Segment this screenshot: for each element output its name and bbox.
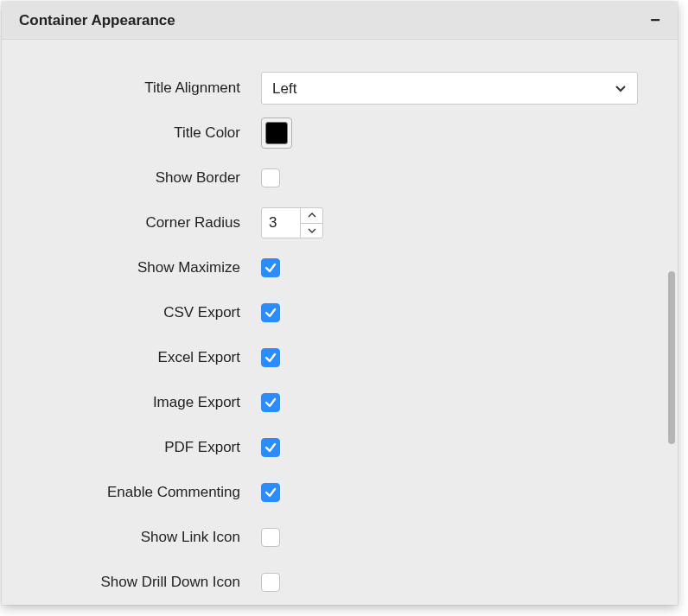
row-enable-commenting: Enable Commenting: [2, 470, 678, 515]
stepper-arrows: [300, 208, 322, 238]
color-swatch-inner: [265, 122, 288, 144]
show-link-icon-checkbox[interactable]: [261, 528, 280, 547]
chevron-down-icon: [308, 228, 316, 233]
panel-title: Container Appearance: [19, 12, 175, 29]
row-title-alignment: Title Alignment Left: [2, 66, 678, 111]
container-appearance-panel: Container Appearance − Title Alignment L…: [2, 2, 678, 605]
label-pdf-export: PDF Export: [2, 439, 261, 456]
row-corner-radius: Corner Radius: [2, 200, 678, 245]
csv-export-checkbox[interactable]: [261, 303, 280, 322]
label-show-drill-down-icon: Show Drill Down Icon: [2, 574, 261, 591]
control-show-link-icon: [261, 528, 280, 547]
form-rows: Title Alignment Left Title Color: [2, 40, 678, 605]
label-title-color: Title Color: [2, 124, 261, 142]
row-excel-export: Excel Export: [2, 335, 678, 380]
row-show-link-icon: Show Link Icon: [2, 515, 678, 560]
show-drill-down-icon-checkbox[interactable]: [261, 573, 280, 592]
title-color-picker[interactable]: [261, 117, 292, 149]
control-image-export: [261, 393, 280, 412]
row-show-maximize: Show Maximize: [2, 245, 678, 290]
label-title-alignment: Title Alignment: [2, 79, 261, 97]
label-csv-export: CSV Export: [2, 304, 261, 321]
control-enable-commenting: [261, 483, 280, 502]
corner-radius-input[interactable]: [262, 208, 300, 238]
label-excel-export: Excel Export: [2, 349, 261, 366]
row-title-color: Title Color: [2, 111, 678, 156]
title-alignment-select[interactable]: Left: [261, 72, 638, 105]
label-show-link-icon: Show Link Icon: [2, 529, 261, 546]
control-show-border: [261, 168, 280, 187]
collapse-button[interactable]: −: [647, 12, 664, 29]
control-show-maximize: [261, 258, 280, 277]
label-enable-commenting: Enable Commenting: [2, 484, 261, 501]
label-show-border: Show Border: [2, 169, 261, 187]
row-show-drill-down-icon: Show Drill Down Icon: [2, 560, 678, 605]
label-show-maximize: Show Maximize: [2, 259, 261, 276]
pdf-export-checkbox[interactable]: [261, 438, 280, 457]
chevron-up-icon: [308, 213, 316, 218]
row-show-border: Show Border: [2, 156, 678, 200]
minus-icon: −: [650, 10, 660, 30]
title-alignment-select-wrap: Left: [261, 72, 638, 105]
show-maximize-checkbox[interactable]: [261, 258, 280, 277]
control-corner-radius: [261, 207, 323, 238]
control-pdf-export: [261, 438, 280, 457]
image-export-checkbox[interactable]: [261, 393, 280, 412]
show-border-checkbox[interactable]: [261, 168, 280, 187]
label-corner-radius: Corner Radius: [2, 214, 261, 232]
stepper-down-button[interactable]: [301, 224, 322, 238]
control-show-drill-down-icon: [261, 573, 280, 592]
excel-export-checkbox[interactable]: [261, 348, 280, 367]
row-image-export: Image Export: [2, 380, 678, 425]
panel-header: Container Appearance −: [2, 2, 678, 40]
control-title-color: [261, 117, 292, 149]
panel-body: Title Alignment Left Title Color: [2, 40, 678, 605]
row-pdf-export: PDF Export: [2, 425, 678, 470]
control-title-alignment: Left: [261, 72, 638, 105]
control-csv-export: [261, 303, 280, 322]
row-csv-export: CSV Export: [2, 290, 678, 335]
label-image-export: Image Export: [2, 394, 261, 411]
stepper-up-button[interactable]: [301, 208, 322, 224]
scrollbar-thumb[interactable]: [668, 271, 675, 444]
control-excel-export: [261, 348, 280, 367]
corner-radius-stepper: [261, 207, 323, 238]
enable-commenting-checkbox[interactable]: [261, 483, 280, 502]
